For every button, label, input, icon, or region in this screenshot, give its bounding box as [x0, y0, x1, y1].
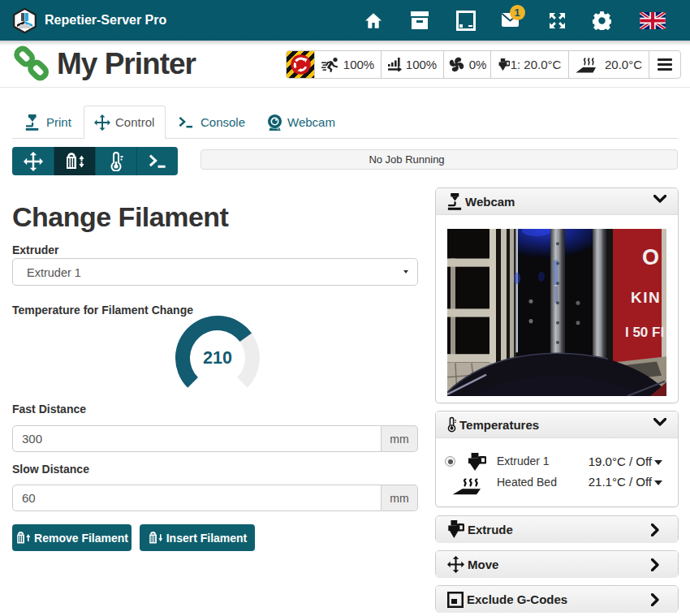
svg-text:210: 210 [203, 348, 232, 368]
svg-text:KIN: KIN [631, 289, 661, 306]
svg-text:l 50 Fl: l 50 Fl [625, 325, 664, 340]
svg-text:O: O [642, 243, 659, 269]
